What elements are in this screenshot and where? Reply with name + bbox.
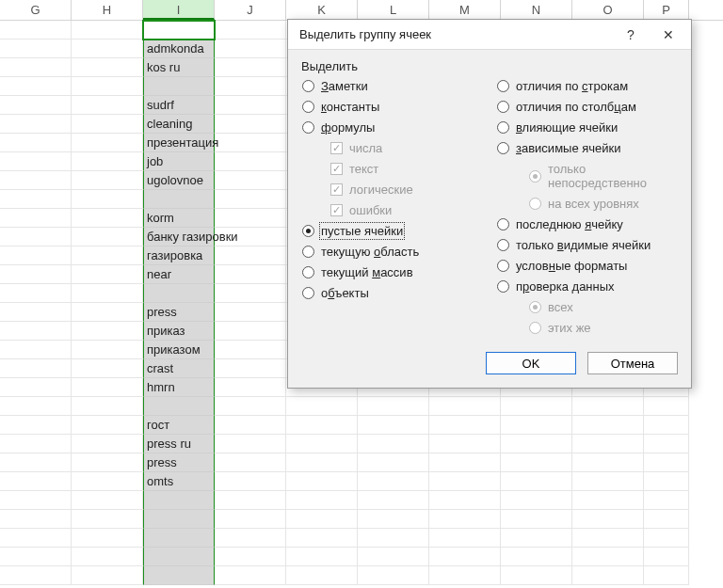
cell[interactable] — [572, 491, 644, 510]
cell[interactable] — [358, 397, 429, 416]
cell[interactable] — [0, 303, 72, 322]
cell[interactable] — [215, 416, 286, 435]
cell[interactable] — [429, 491, 501, 510]
column-header-L[interactable]: L — [358, 0, 429, 20]
column-header-P[interactable]: P — [644, 0, 689, 20]
help-button[interactable]: ? — [612, 21, 650, 49]
cell[interactable] — [0, 77, 72, 96]
cell[interactable] — [644, 491, 689, 510]
cell[interactable] — [0, 341, 72, 359]
cell[interactable] — [215, 190, 286, 209]
cell[interactable] — [286, 510, 358, 529]
option-cur-region[interactable]: текущую область — [301, 245, 483, 259]
cell[interactable] — [0, 246, 72, 265]
cell[interactable] — [215, 77, 286, 96]
option-formulas[interactable]: формулы — [301, 120, 483, 135]
option-dependents[interactable]: зависимые ячейки — [496, 141, 678, 155]
cell[interactable] — [501, 510, 572, 529]
cell[interactable] — [358, 529, 429, 548]
option-constants[interactable]: константы — [301, 100, 483, 114]
column-header-M[interactable]: M — [429, 0, 501, 20]
cell[interactable] — [501, 435, 572, 453]
cell[interactable] — [286, 397, 358, 416]
cell[interactable] — [0, 566, 72, 585]
cell[interactable] — [72, 190, 143, 209]
cell[interactable]: банку газировки — [143, 228, 215, 246]
cell[interactable] — [286, 491, 358, 510]
cell[interactable] — [0, 171, 72, 190]
cell[interactable] — [644, 397, 689, 416]
column-header-H[interactable]: H — [72, 0, 143, 20]
cell[interactable] — [143, 529, 215, 548]
cell[interactable] — [72, 265, 143, 284]
cell[interactable] — [286, 435, 358, 453]
cell[interactable] — [72, 209, 143, 228]
cell[interactable] — [572, 566, 644, 585]
cell[interactable] — [0, 21, 72, 40]
cell[interactable] — [215, 134, 286, 152]
option-cur-array[interactable]: текущий массив — [301, 265, 483, 279]
cell[interactable] — [0, 228, 72, 246]
cell[interactable] — [429, 435, 501, 453]
cell[interactable] — [644, 453, 689, 472]
column-header-O[interactable]: O — [572, 0, 644, 20]
cell[interactable]: газировка — [143, 246, 215, 265]
cell[interactable] — [0, 359, 72, 378]
cell[interactable] — [358, 566, 429, 585]
cell[interactable] — [72, 359, 143, 378]
cell[interactable] — [72, 152, 143, 171]
cell[interactable] — [572, 548, 644, 566]
cell[interactable]: press — [143, 453, 215, 472]
cell[interactable] — [215, 510, 286, 529]
option-visible[interactable]: только видимые ячейки — [496, 238, 678, 252]
cell[interactable]: гост — [143, 416, 215, 435]
cell[interactable] — [215, 378, 286, 397]
cell[interactable] — [286, 529, 358, 548]
cell[interactable] — [572, 453, 644, 472]
cell[interactable] — [215, 284, 286, 303]
cell[interactable]: hmrn — [143, 378, 215, 397]
cell[interactable] — [215, 152, 286, 171]
cell[interactable] — [215, 21, 286, 40]
cell[interactable] — [215, 566, 286, 585]
cell[interactable] — [72, 491, 143, 510]
cell[interactable] — [72, 21, 143, 40]
option-blanks[interactable]: пустые ячейки — [301, 224, 483, 238]
cell[interactable] — [215, 397, 286, 416]
cell[interactable] — [0, 134, 72, 152]
column-header-J[interactable]: J — [215, 0, 286, 20]
cell[interactable] — [215, 435, 286, 453]
cell[interactable] — [286, 416, 358, 435]
cell[interactable] — [358, 491, 429, 510]
cell[interactable] — [0, 510, 72, 529]
cell[interactable] — [72, 548, 143, 566]
cell[interactable] — [501, 548, 572, 566]
cell[interactable] — [72, 453, 143, 472]
cell[interactable] — [72, 40, 143, 58]
column-header-N[interactable]: N — [501, 0, 572, 20]
cell[interactable] — [215, 228, 286, 246]
cell[interactable] — [215, 40, 286, 58]
cell[interactable] — [358, 472, 429, 491]
cell[interactable] — [215, 491, 286, 510]
cell[interactable] — [215, 209, 286, 228]
cell[interactable] — [0, 190, 72, 209]
cell[interactable] — [72, 134, 143, 152]
cell[interactable]: приказом — [143, 341, 215, 359]
option-validation[interactable]: проверка данных — [496, 279, 678, 294]
cell[interactable] — [429, 453, 501, 472]
option-notes[interactable]: Заметки — [301, 79, 483, 93]
close-button[interactable]: ✕ — [650, 21, 687, 49]
cell[interactable] — [215, 265, 286, 284]
cell[interactable] — [215, 341, 286, 359]
cell[interactable] — [143, 548, 215, 566]
cell[interactable] — [215, 171, 286, 190]
cell[interactable] — [72, 303, 143, 322]
cell[interactable]: презентация — [143, 134, 215, 152]
cell[interactable] — [644, 529, 689, 548]
cell[interactable] — [429, 472, 501, 491]
cell[interactable]: press — [143, 303, 215, 322]
cell[interactable] — [0, 265, 72, 284]
cell[interactable] — [429, 529, 501, 548]
cell[interactable] — [358, 416, 429, 435]
